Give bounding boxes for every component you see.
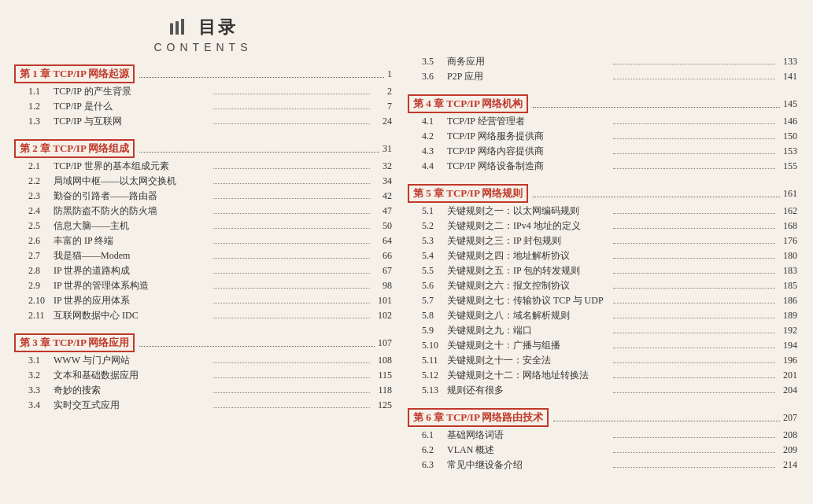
left-column: 目录 CONTENTS 第 1 章 TCP/IP 网络起源 1 1.1 TCP/… <box>14 16 400 496</box>
section-5-9: 5.9 关键规则之九：端口 192 <box>408 324 797 337</box>
section-5-8: 5.8 关键规则之八：域名解析规则 189 <box>408 309 797 322</box>
chapter-5-page: 161 <box>783 188 797 200</box>
chapter-4-dots <box>533 100 780 108</box>
chapter-1-row: 第 1 章 TCP/IP 网络起源 1 <box>14 64 392 83</box>
section-2-10: 2.10 IP 世界的应用体系 101 <box>14 294 392 307</box>
section-5-7: 5.7 关键规则之七：传输协议 TCP 与 UDP 186 <box>408 294 797 307</box>
section-4-4: 4.4 TCP/IP 网络设备制造商 155 <box>408 160 797 173</box>
section-2-7: 2.7 我是猫——Modem 66 <box>14 249 392 263</box>
section-2-8: 2.8 IP 世界的道路构成 67 <box>14 264 392 278</box>
section-5-13: 5.13 规则还有很多 204 <box>408 384 797 397</box>
chapter-5-dots <box>533 189 780 197</box>
section-5-12: 5.12 关键规则之十二：网络地址转换法 201 <box>408 369 797 382</box>
header-icon <box>168 17 194 38</box>
chapter-1-page: 1 <box>387 68 392 80</box>
chapter-5-row: 第 5 章 TCP/IP 网络规则 161 <box>408 184 797 203</box>
section-5-6: 5.6 关键规则之六：报文控制协议 185 <box>408 279 797 292</box>
chapter-4-label: 第 4 章 TCP/IP 网络机构 <box>408 94 528 113</box>
title-en: CONTENTS <box>14 41 392 53</box>
right-column: 3.5 商务应用 133 3.6 P2P 应用 141 第 4 章 TCP/IP… <box>400 16 797 496</box>
section-5-11: 5.11 关键规则之十一：安全法 196 <box>408 354 797 367</box>
section-2-3: 2.3 勤奋的引路者——路由器 42 <box>14 189 392 203</box>
section-2-5: 2.5 信息大脑——主机 50 <box>14 219 392 233</box>
chapter-6-label: 第 6 章 TCP/IP 网络路由技术 <box>408 408 549 427</box>
svg-rect-0 <box>170 24 173 35</box>
chapter-4-page: 145 <box>783 98 797 110</box>
chapter-3-row: 第 3 章 TCP/IP 网络应用 107 <box>14 333 392 352</box>
chapter-1-label: 第 1 章 TCP/IP 网络起源 <box>14 64 135 83</box>
section-5-2: 5.2 关键规则之二：IPv4 地址的定义 168 <box>408 219 797 233</box>
chapter-3-label: 第 3 章 TCP/IP 网络应用 <box>14 333 135 352</box>
section-2-11: 2.11 互联网数据中心 IDC 102 <box>14 309 392 322</box>
section-5-5: 5.5 关键规则之五：IP 包的转发规则 183 <box>408 264 797 278</box>
section-2-1: 2.1 TCP/IP 世界的基本组成元素 32 <box>14 160 392 173</box>
page-header: 目录 CONTENTS <box>14 16 392 53</box>
section-3-3: 3.3 奇妙的搜索 118 <box>14 384 392 397</box>
section-5-1: 5.1 关键规则之一：以太网编码规则 162 <box>408 204 797 218</box>
section-5-3: 5.3 关键规则之三：IP 封包规则 176 <box>408 234 797 248</box>
section-3-2: 3.2 文本和基础数据应用 115 <box>14 369 392 382</box>
chapter-4-row: 第 4 章 TCP/IP 网络机构 145 <box>408 94 797 113</box>
section-2-4: 2.4 防黑防盗不防火的防火墙 47 <box>14 204 392 218</box>
section-3-5: 3.5 商务应用 133 <box>408 55 797 68</box>
title-cn: 目录 <box>198 16 238 39</box>
section-2-6: 2.6 丰富的 IP 终端 64 <box>14 234 392 248</box>
svg-rect-1 <box>176 21 179 35</box>
section-5-10: 5.10 关键规则之十：广播与组播 194 <box>408 339 797 352</box>
section-1-2: 1.2 TCP/IP 是什么 7 <box>14 100 392 113</box>
chapter-2-row: 第 2 章 TCP/IP 网络组成 31 <box>14 139 392 158</box>
chapter-2-dots <box>139 145 379 153</box>
section-2-2: 2.2 局域网中枢——以太网交换机 34 <box>14 175 392 188</box>
chapter-2-label: 第 2 章 TCP/IP 网络组成 <box>14 139 135 158</box>
section-3-6: 3.6 P2P 应用 141 <box>408 70 797 83</box>
section-3-1: 3.1 WWW 与门户网站 108 <box>14 354 392 367</box>
chapter-1-dots <box>139 70 384 78</box>
section-6-3: 6.3 常见中继设备介绍 214 <box>408 458 797 472</box>
chapter-3-page: 107 <box>378 337 392 349</box>
section-3-4: 3.4 实时交互式应用 125 <box>14 399 392 412</box>
section-2-9: 2.9 IP 世界的管理体系构造 98 <box>14 279 392 292</box>
section-6-1: 6.1 基础网络词语 208 <box>408 429 797 442</box>
section-6-2: 6.2 VLAN 概述 209 <box>408 443 797 457</box>
section-5-4: 5.4 关键规则之四：地址解析协议 180 <box>408 249 797 263</box>
section-4-3: 4.3 TCP/IP 网络内容提供商 153 <box>408 145 797 158</box>
chapter-6-dots <box>553 414 780 421</box>
chapter-2-page: 31 <box>382 143 392 155</box>
section-4-1: 4.1 TCP/IP 经营管理者 146 <box>408 115 797 128</box>
svg-rect-2 <box>181 19 184 35</box>
chapter-6-page: 207 <box>783 412 797 424</box>
section-4-2: 4.2 TCP/IP 网络服务提供商 150 <box>408 130 797 143</box>
chapter-3-dots <box>139 339 375 347</box>
section-1-1: 1.1 TCP/IP 的产生背景 2 <box>14 85 392 98</box>
chapter-6-row: 第 6 章 TCP/IP 网络路由技术 207 <box>408 408 797 427</box>
section-1-3: 1.3 TCP/IP 与互联网 24 <box>14 115 392 128</box>
chapter-5-label: 第 5 章 TCP/IP 网络规则 <box>408 184 528 203</box>
